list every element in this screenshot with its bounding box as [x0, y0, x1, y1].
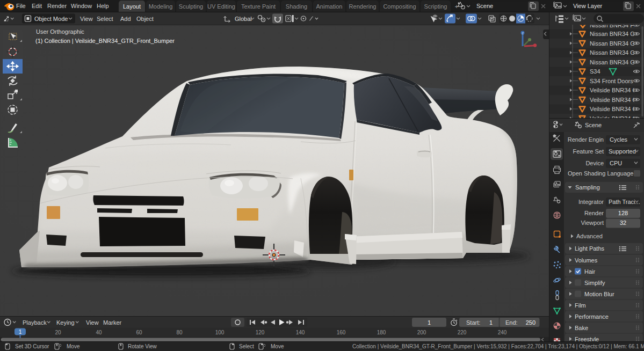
- svg-text:Device: Device: [585, 160, 604, 166]
- svg-text:Veilside BNR34 C: Veilside BNR34 C: [590, 106, 636, 112]
- svg-text:20: 20: [55, 330, 61, 335]
- svg-text:Select: Select: [97, 16, 113, 22]
- svg-text:Nissan BNR34 GT: Nissan BNR34 GT: [590, 31, 639, 37]
- svg-text:160: 160: [337, 330, 346, 335]
- svg-text:Integrator: Integrator: [578, 199, 604, 205]
- svg-text:S34: S34: [590, 68, 600, 75]
- svg-text:Nissan BNR34 GT: Nissan BNR34 GT: [590, 59, 639, 65]
- svg-text:1: 1: [19, 329, 22, 335]
- svg-text:Set 3D Cursor: Set 3D Cursor: [15, 343, 49, 349]
- svg-text:Volumes: Volumes: [575, 257, 598, 264]
- svg-text:End:: End:: [505, 319, 518, 326]
- svg-text:Render: Render: [584, 210, 604, 216]
- svg-text:1: 1: [428, 319, 431, 326]
- svg-text:140: 140: [296, 330, 305, 335]
- svg-text:120: 120: [256, 330, 265, 335]
- svg-text:250: 250: [526, 319, 536, 326]
- svg-text:View Layer: View Layer: [573, 3, 603, 9]
- svg-text:Cycles: Cycles: [610, 136, 628, 143]
- svg-text:1: 1: [489, 319, 493, 326]
- svg-text:CPU: CPU: [610, 160, 622, 166]
- svg-text:Keying: Keying: [56, 319, 75, 326]
- svg-text:Collection | Veilside_BNR34_GT: Collection | Veilside_BNR34_GT-R_Front_B…: [352, 343, 644, 349]
- svg-text:Veilside BNR34 C: Veilside BNR34 C: [590, 97, 636, 103]
- svg-text:z: z: [522, 31, 523, 35]
- svg-text:180: 180: [377, 330, 386, 335]
- svg-text:Marker: Marker: [103, 319, 122, 326]
- svg-text:Global: Global: [235, 16, 252, 22]
- svg-text:Nissan BNR34 GT: Nissan BNR34 GT: [590, 49, 639, 56]
- svg-text:Select: Select: [239, 343, 254, 349]
- svg-text:Add: Add: [120, 16, 131, 22]
- svg-text:Supported: Supported: [609, 148, 636, 155]
- svg-text:Feature Set: Feature Set: [573, 148, 604, 155]
- svg-text:Scene: Scene: [476, 3, 493, 9]
- svg-text:Start:: Start:: [466, 319, 480, 326]
- svg-text:40: 40: [96, 330, 102, 335]
- svg-text:Performance: Performance: [575, 313, 609, 320]
- svg-text:Scene: Scene: [585, 122, 602, 128]
- svg-text:Advanced: Advanced: [576, 233, 603, 239]
- svg-text:80: 80: [176, 330, 183, 335]
- svg-text:Simplify: Simplify: [584, 280, 605, 286]
- svg-text:View: View: [86, 319, 99, 326]
- svg-text:Playback: Playback: [23, 319, 47, 326]
- svg-text:Render Engin: Render Engin: [568, 136, 604, 143]
- svg-text:Bake: Bake: [575, 325, 588, 331]
- svg-text:Light Paths: Light Paths: [575, 245, 605, 252]
- svg-text:View: View: [80, 16, 93, 22]
- svg-text:200: 200: [417, 330, 426, 335]
- svg-text:S34 Front Doors: S34 Front Doors: [590, 78, 633, 84]
- svg-text:Object: Object: [136, 16, 154, 22]
- svg-text:Object Mode: Object Mode: [34, 16, 68, 22]
- svg-text:Hair: Hair: [584, 268, 596, 275]
- svg-text:Viewport: Viewport: [581, 220, 604, 226]
- svg-text:Move: Move: [67, 343, 80, 349]
- svg-text:Rotate View: Rotate View: [128, 343, 157, 349]
- svg-text:100: 100: [215, 330, 225, 335]
- svg-text:220: 220: [458, 330, 467, 335]
- svg-text:Sampling: Sampling: [575, 184, 600, 191]
- svg-text:32: 32: [620, 220, 626, 226]
- svg-text:Motion Blur: Motion Blur: [584, 291, 614, 297]
- svg-text:Open Shading Language: Open Shading Language: [568, 170, 633, 177]
- svg-text:Veilside BNR34 C: Veilside BNR34 C: [590, 87, 636, 93]
- svg-text:Path Traci...: Path Traci...: [609, 199, 640, 205]
- svg-text:60: 60: [136, 330, 142, 335]
- svg-text:128: 128: [618, 210, 628, 216]
- svg-text:Film: Film: [575, 302, 586, 309]
- svg-text:Move: Move: [271, 343, 284, 349]
- svg-text:240: 240: [498, 330, 507, 335]
- svg-text:Nissan BNR34 GT: Nissan BNR34 GT: [590, 40, 639, 47]
